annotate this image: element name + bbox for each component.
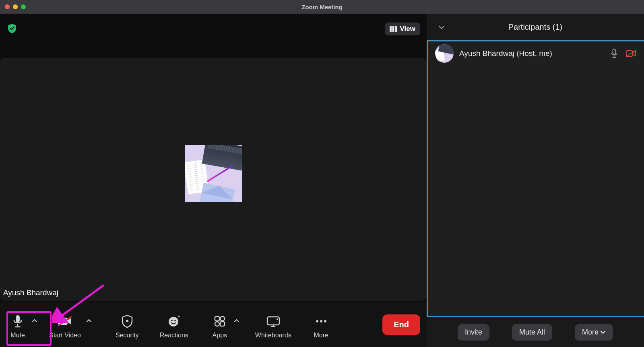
participants-more-button[interactable]: More (575, 324, 613, 341)
participants-collapse-chevron[interactable] (438, 25, 445, 30)
participants-footer: Invite Mute All More (427, 317, 644, 347)
meeting-area: View Ayush Bhardwaj Mute (0, 14, 427, 347)
meeting-toolbar: Mute Start Video Security (0, 302, 427, 347)
security-label: Security (116, 332, 139, 339)
smiley-icon: + (165, 312, 183, 330)
camera-off-icon (56, 312, 74, 330)
invite-button[interactable]: Invite (458, 324, 489, 341)
participants-header: Participants (1) (427, 14, 644, 40)
participants-list: Ayush Bhardwaj (Host, me) (427, 40, 644, 317)
view-button[interactable]: View (385, 23, 420, 35)
apps-label: Apps (213, 332, 227, 339)
chevron-down-icon (600, 330, 606, 334)
svg-rect-12 (58, 318, 68, 325)
encryption-shield-icon[interactable] (7, 23, 17, 34)
apps-icon (211, 312, 229, 330)
mute-button[interactable]: Mute (6, 308, 29, 341)
more-button[interactable]: More (310, 308, 332, 341)
svg-rect-19 (215, 316, 219, 321)
apps-options-chevron[interactable] (232, 316, 242, 326)
apps-button[interactable]: Apps (208, 308, 231, 341)
view-button-label: View (400, 25, 415, 33)
svg-rect-23 (267, 317, 279, 325)
window-controls (5, 4, 26, 9)
svg-point-27 (316, 320, 318, 322)
svg-point-22 (215, 322, 219, 326)
svg-rect-1 (392, 26, 394, 28)
security-button[interactable]: Security (113, 308, 141, 341)
start-video-button[interactable]: Start Video (47, 308, 83, 341)
reactions-label: Reactions (160, 332, 188, 339)
whiteboard-icon (264, 312, 282, 330)
window-title: Zoom Meeting (301, 4, 343, 10)
svg-text:+: + (178, 315, 180, 319)
shield-icon (118, 312, 136, 330)
more-dots-icon (312, 312, 330, 330)
svg-rect-8 (395, 30, 397, 32)
svg-point-21 (220, 316, 225, 321)
end-meeting-button[interactable]: End (382, 314, 420, 335)
svg-rect-4 (392, 28, 394, 30)
mute-all-button[interactable]: Mute All (512, 324, 552, 341)
microphone-icon (9, 312, 27, 330)
svg-point-14 (126, 320, 128, 322)
svg-point-16 (171, 320, 173, 321)
participant-row[interactable]: Ayush Bhardwaj (Host, me) (428, 41, 644, 66)
svg-rect-2 (395, 26, 397, 28)
participant-camera-off-icon (625, 49, 637, 57)
svg-rect-6 (390, 30, 392, 32)
svg-point-28 (320, 320, 322, 322)
end-label: End (394, 320, 409, 329)
self-avatar (185, 145, 242, 202)
whiteboards-button[interactable]: Whiteboards (253, 308, 294, 341)
svg-point-15 (169, 317, 178, 326)
start-video-label: Start Video (49, 332, 81, 339)
audio-options-chevron[interactable] (30, 316, 39, 326)
svg-point-29 (324, 320, 326, 322)
close-window-button[interactable] (5, 4, 10, 9)
video-options-chevron[interactable] (84, 316, 94, 326)
participant-avatar (435, 44, 454, 63)
svg-rect-20 (220, 322, 225, 326)
reactions-button[interactable]: + Reactions (157, 308, 191, 341)
svg-rect-5 (395, 28, 397, 30)
gallery-grid-icon (390, 26, 397, 32)
invite-label: Invite (465, 328, 482, 337)
self-display-name: Ayush Bhardwaj (3, 288, 58, 297)
maximize-window-button[interactable] (21, 4, 26, 9)
participants-title: Participants (1) (508, 23, 563, 32)
mute-all-label: Mute All (519, 328, 545, 337)
participants-panel: Participants (1) Ayush Bhardwaj (Host, m… (427, 14, 644, 347)
svg-point-17 (174, 320, 176, 321)
svg-rect-9 (16, 315, 20, 322)
svg-line-35 (626, 50, 636, 57)
svg-rect-31 (613, 49, 616, 54)
participant-mic-icon (609, 49, 620, 58)
mute-label: Mute (10, 332, 25, 339)
window-titlebar: Zoom Meeting (0, 0, 644, 14)
whiteboards-label: Whiteboards (255, 332, 291, 339)
svg-rect-3 (390, 28, 392, 30)
svg-rect-7 (392, 30, 394, 32)
minimize-window-button[interactable] (13, 4, 18, 9)
more-label: More (314, 332, 328, 339)
svg-rect-0 (390, 26, 392, 28)
participant-name: Ayush Bhardwaj (Host, me) (459, 49, 603, 58)
svg-point-26 (277, 318, 278, 320)
participants-more-label: More (582, 328, 599, 337)
